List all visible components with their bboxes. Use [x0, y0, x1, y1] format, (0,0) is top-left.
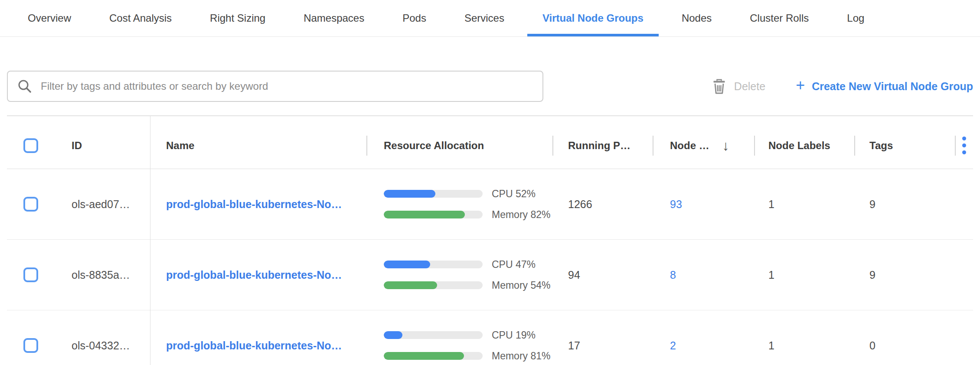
row-checkbox[interactable]: [23, 267, 38, 282]
create-button-label: Create New Virtual Node Group: [812, 80, 973, 93]
tab-virtual-node-groups[interactable]: Virtual Node Groups: [523, 0, 663, 36]
tab-nodes[interactable]: Nodes: [663, 0, 731, 36]
nodes-count-cell: 8: [653, 269, 754, 281]
tags-count: 9: [854, 269, 955, 281]
plus-icon: +: [796, 78, 805, 93]
row-checkbox[interactable]: [23, 197, 38, 212]
resource-allocation-cell: CPU 47% Memory 54%: [366, 259, 552, 291]
cpu-usage-bar: [384, 190, 483, 198]
toolbar-actions: Delete + Create New Virtual Node Group: [712, 78, 973, 95]
memory-usage-bar: [384, 281, 483, 289]
tags-count: 0: [854, 339, 955, 352]
toolbar: Delete + Create New Virtual Node Group: [7, 71, 973, 102]
nodes-count-link[interactable]: 93: [670, 198, 682, 210]
delete-button[interactable]: Delete: [712, 78, 765, 95]
tab-overview[interactable]: Overview: [9, 0, 90, 36]
node-labels-count: 1: [754, 269, 854, 281]
column-header-node-labels[interactable]: Node Labels: [754, 122, 854, 169]
tags-count: 9: [854, 198, 955, 211]
tab-right-sizing[interactable]: Right Sizing: [191, 0, 284, 36]
row-id: ols-04332…: [63, 339, 150, 352]
virtual-node-groups-table: ID Name Resource Allocation Running P… N…: [7, 115, 973, 365]
create-virtual-node-group-button[interactable]: + Create New Virtual Node Group: [796, 78, 973, 94]
row-select-cell: [7, 267, 63, 282]
table-row: ols-8835a… prod-global-blue-kubernetes-N…: [7, 240, 973, 310]
column-header-nodes-label: Node …: [670, 140, 709, 152]
cpu-usage-label: CPU 19%: [492, 329, 536, 341]
nodes-count-link[interactable]: 8: [670, 269, 676, 281]
delete-button-label: Delete: [734, 80, 765, 93]
tab-services[interactable]: Services: [445, 0, 523, 36]
select-all-cell: [7, 122, 63, 169]
memory-usage-label: Memory 54%: [492, 280, 550, 291]
kebab-dot: [962, 143, 966, 147]
cpu-usage-label: CPU 47%: [492, 259, 536, 270]
sort-descending-icon[interactable]: ↓: [722, 139, 729, 153]
cpu-usage-bar-fill: [384, 331, 402, 339]
row-id: ols-aed07…: [63, 198, 150, 211]
column-header-node-labels-label: Node Labels: [768, 140, 830, 152]
memory-usage-bar: [384, 352, 483, 360]
name-link[interactable]: prod-global-blue-kubernetes-No…: [150, 339, 366, 352]
column-header-nodes[interactable]: Node … ↓: [653, 122, 754, 169]
column-header-resource-label: Resource Allocation: [384, 140, 484, 152]
cpu-usage-bar-fill: [384, 261, 430, 268]
table-row: ols-aed07… prod-global-blue-kubernetes-N…: [7, 169, 973, 240]
tab-namespaces[interactable]: Namespaces: [284, 0, 383, 36]
node-labels-count: 1: [754, 339, 854, 352]
kebab-dot: [962, 150, 966, 154]
column-header-name[interactable]: Name: [150, 122, 366, 169]
memory-usage-label: Memory 81%: [492, 350, 550, 362]
row-checkbox[interactable]: [23, 338, 38, 353]
column-header-name-label: Name: [166, 140, 194, 152]
node-labels-count: 1: [754, 198, 854, 211]
column-header-id[interactable]: ID: [63, 122, 150, 169]
memory-usage-bar: [384, 211, 483, 218]
filter-search-input[interactable]: [41, 80, 533, 92]
row-select-cell: [7, 197, 63, 212]
memory-usage-bar-fill: [384, 211, 465, 218]
column-header-tags-label: Tags: [869, 140, 893, 152]
memory-usage-label: Memory 82%: [492, 209, 550, 221]
kebab-dot: [962, 137, 966, 140]
nodes-count-link[interactable]: 2: [670, 339, 676, 352]
column-header-running-pods[interactable]: Running P…: [552, 122, 653, 169]
cpu-usage-bar: [384, 331, 483, 339]
tab-bar: Overview Cost Analysis Right Sizing Name…: [0, 0, 980, 37]
cpu-usage-label: CPU 52%: [492, 188, 536, 200]
column-settings-button[interactable]: [955, 122, 973, 169]
running-pods-count: 94: [552, 269, 653, 281]
select-all-checkbox[interactable]: [23, 138, 38, 153]
row-select-cell: [7, 338, 63, 353]
running-pods-count: 1266: [552, 198, 653, 211]
table-header-row: ID Name Resource Allocation Running P… N…: [7, 116, 973, 169]
running-pods-count: 17: [552, 339, 653, 352]
cpu-usage-bar: [384, 261, 483, 268]
resource-allocation-cell: CPU 19% Memory 81%: [366, 329, 552, 362]
column-header-running-pods-label: Running P…: [568, 140, 630, 152]
filter-search-box: [7, 71, 543, 102]
column-header-tags[interactable]: Tags: [854, 122, 955, 169]
trash-icon: [712, 78, 726, 95]
table-row: ols-04332… prod-global-blue-kubernetes-N…: [7, 310, 973, 365]
memory-usage-bar-fill: [384, 281, 437, 289]
tab-cluster-rolls[interactable]: Cluster Rolls: [731, 0, 828, 36]
cpu-usage-bar-fill: [384, 190, 435, 198]
name-link[interactable]: prod-global-blue-kubernetes-No…: [150, 198, 366, 211]
tab-log[interactable]: Log: [828, 0, 883, 36]
row-id: ols-8835a…: [63, 269, 150, 281]
tab-pods[interactable]: Pods: [383, 0, 445, 36]
column-header-id-label: ID: [72, 140, 82, 152]
nodes-count-cell: 2: [653, 339, 754, 352]
name-link[interactable]: prod-global-blue-kubernetes-No…: [150, 269, 366, 281]
tab-cost-analysis[interactable]: Cost Analysis: [90, 0, 191, 36]
memory-usage-bar-fill: [384, 352, 464, 360]
nodes-count-cell: 93: [653, 198, 754, 211]
column-header-resource-allocation[interactable]: Resource Allocation: [366, 122, 552, 169]
resource-allocation-cell: CPU 52% Memory 82%: [366, 188, 552, 221]
kebab-icon: [955, 137, 973, 154]
search-icon: [17, 79, 32, 94]
